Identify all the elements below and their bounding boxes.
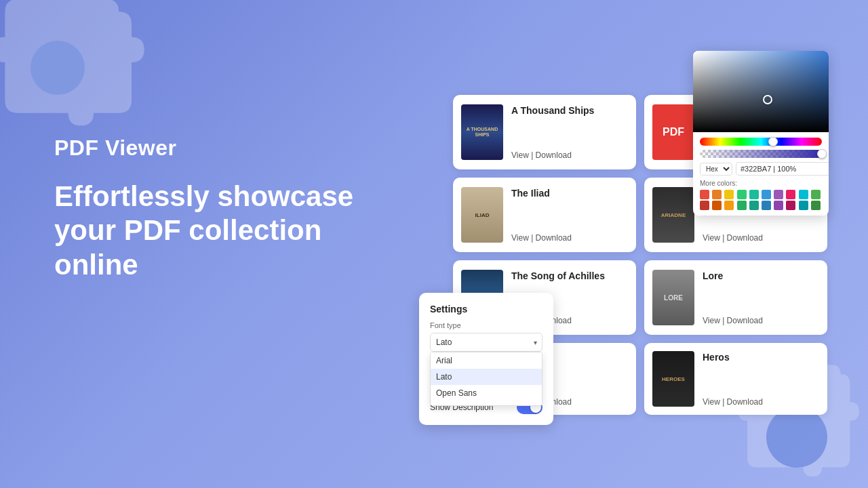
color-hue-thumb bbox=[768, 137, 778, 146]
book-info-iliad: The Iliad View | Download bbox=[511, 187, 628, 243]
color-gradient-area[interactable] bbox=[693, 51, 829, 132]
download-link-thousand-ships[interactable]: Download bbox=[536, 150, 572, 160]
download-link-lore[interactable]: Download bbox=[727, 316, 763, 325]
swatch-18[interactable] bbox=[786, 201, 795, 210]
color-hex-row: Hex bbox=[693, 162, 829, 180]
download-link-iliad[interactable]: Download bbox=[536, 233, 572, 243]
book-cover-pdf: PDF bbox=[652, 104, 694, 160]
book-info-heros: Heros View | Download bbox=[703, 351, 819, 407]
color-more-label: More colors: bbox=[693, 180, 829, 190]
download-link-heros[interactable]: Download bbox=[727, 397, 763, 407]
book-cover-thousand-ships: A THOUSANDSHIPS bbox=[461, 104, 503, 160]
swatch-19[interactable] bbox=[799, 201, 808, 210]
color-hue-bar[interactable] bbox=[700, 138, 822, 146]
color-alpha-thumb bbox=[817, 149, 827, 159]
swatch-13[interactable] bbox=[724, 201, 734, 210]
book-title-song-achilles: The Song of Achilles bbox=[511, 270, 628, 282]
book-card-lore: LORE Lore View | Download bbox=[644, 260, 827, 335]
book-actions-ariadne[interactable]: View | Download bbox=[703, 233, 819, 243]
swatch-8[interactable] bbox=[786, 190, 795, 199]
swatch-7[interactable] bbox=[774, 190, 783, 199]
view-link-heros[interactable]: View bbox=[703, 397, 720, 407]
swatch-17[interactable] bbox=[774, 201, 783, 210]
settings-panel: Settings Font type Lato ▾ Arial Lato Ope… bbox=[419, 293, 553, 425]
swatch-14[interactable] bbox=[737, 201, 747, 210]
download-link-ariadne[interactable]: Download bbox=[727, 233, 763, 243]
book-actions-heros[interactable]: View | Download bbox=[703, 397, 819, 407]
swatch-6[interactable] bbox=[762, 190, 771, 199]
book-cover-iliad: ILIAD bbox=[461, 187, 503, 243]
book-card-heros: HEROES Heros View | Download bbox=[644, 343, 827, 415]
swatch-4[interactable] bbox=[737, 190, 747, 199]
swatch-5[interactable] bbox=[749, 190, 759, 199]
view-link-thousand-ships[interactable]: View bbox=[511, 150, 529, 160]
color-hex-input[interactable] bbox=[736, 162, 829, 176]
color-picker-cursor bbox=[763, 95, 772, 104]
swatch-3[interactable] bbox=[724, 190, 734, 199]
settings-title: Settings bbox=[430, 304, 542, 314]
color-swatches bbox=[693, 190, 829, 216]
swatch-1[interactable] bbox=[700, 190, 709, 199]
font-option-arial[interactable]: Arial bbox=[431, 352, 542, 369]
hero-section: PDF Viewer Effortlessly showcase your PD… bbox=[54, 136, 366, 282]
swatch-16[interactable] bbox=[762, 201, 771, 210]
swatch-12[interactable] bbox=[712, 201, 722, 210]
font-option-opensans[interactable]: Open Sans bbox=[431, 385, 542, 401]
view-link-lore[interactable]: View bbox=[703, 316, 720, 325]
book-title-thousand-ships: A Thousand Ships bbox=[511, 104, 628, 117]
book-cover-lore: LORE bbox=[652, 270, 694, 325]
book-cover-ariadne: ARIADNE bbox=[652, 187, 694, 243]
font-option-lato[interactable]: Lato bbox=[431, 369, 542, 385]
color-hue-section bbox=[693, 132, 829, 158]
swatch-10[interactable] bbox=[811, 190, 821, 199]
font-type-label: Font type bbox=[430, 321, 542, 329]
book-cover-heros: HEROES bbox=[652, 351, 694, 407]
swatch-9[interactable] bbox=[799, 190, 808, 199]
book-actions-lore[interactable]: View | Download bbox=[703, 316, 819, 325]
font-option-david[interactable]: David bbox=[431, 401, 542, 406]
book-card-thousand-ships: A THOUSANDSHIPS A Thousand Ships View | … bbox=[453, 95, 636, 169]
book-actions-iliad[interactable]: View | Download bbox=[511, 233, 628, 243]
book-title-iliad: The Iliad bbox=[511, 187, 628, 199]
view-link-ariadne[interactable]: View bbox=[703, 233, 720, 243]
swatch-2[interactable] bbox=[712, 190, 722, 199]
view-link-iliad[interactable]: View bbox=[511, 233, 529, 243]
color-format-select[interactable]: Hex bbox=[700, 163, 732, 176]
swatch-11[interactable] bbox=[700, 201, 709, 210]
font-type-select[interactable]: Lato bbox=[430, 333, 542, 352]
color-alpha-bar[interactable] bbox=[700, 150, 822, 158]
swatch-20[interactable] bbox=[811, 201, 821, 210]
hero-subtitle: Effortlessly showcase your PDF collectio… bbox=[54, 180, 366, 282]
hero-title: PDF Viewer bbox=[54, 136, 366, 161]
bg-circle-bottom bbox=[766, 407, 827, 468]
book-actions-thousand-ships[interactable]: View | Download bbox=[511, 150, 628, 160]
book-info-lore: Lore View | Download bbox=[703, 270, 819, 325]
book-card-iliad: ILIAD The Iliad View | Download bbox=[453, 178, 636, 252]
font-type-select-wrapper: Lato ▾ Arial Lato Open Sans David bbox=[430, 333, 542, 352]
book-title-lore: Lore bbox=[703, 270, 819, 282]
book-info-thousand-ships: A Thousand Ships View | Download bbox=[511, 104, 628, 160]
font-dropdown: Arial Lato Open Sans David bbox=[430, 352, 542, 406]
book-title-heros: Heros bbox=[703, 351, 819, 363]
color-picker-popup: Hex More colors: bbox=[693, 51, 829, 216]
swatch-15[interactable] bbox=[749, 201, 759, 210]
